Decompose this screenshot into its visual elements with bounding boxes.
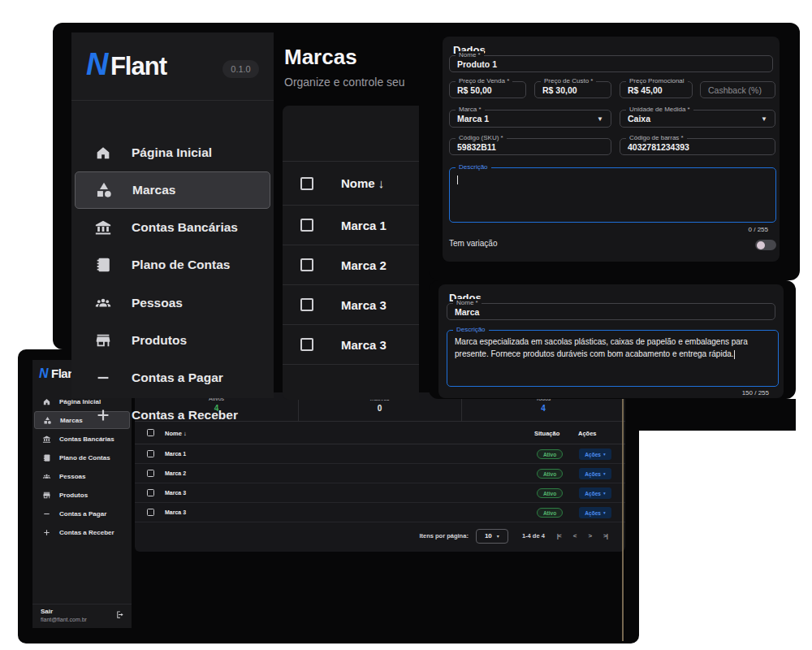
- plus-icon: [42, 528, 51, 537]
- logout-label: Sair: [41, 608, 53, 615]
- sidebar-item-produtos[interactable]: Produtos: [75, 322, 270, 359]
- next-page-icon[interactable]: >: [588, 532, 591, 540]
- row-name: Marca 3: [165, 490, 186, 496]
- field-label: Preço Promocional: [626, 77, 688, 84]
- stat-value: 0: [298, 404, 461, 413]
- field-value: Marca: [455, 307, 479, 317]
- sidebar-item-label: Página Inicial: [132, 145, 212, 160]
- sidebar-item-plano-de-contas[interactable]: Plano de Contas: [75, 246, 270, 284]
- sidebar-item-label: Contas a Pagar: [59, 510, 106, 518]
- sidebar-footer-logout[interactable]: Sair flant@flant.com.br: [32, 604, 132, 628]
- home-icon: [42, 397, 51, 406]
- column-header-nome[interactable]: Nome ↓: [341, 176, 384, 190]
- row-checkbox[interactable]: [300, 338, 313, 351]
- sidebar-item-pagina-inicial[interactable]: Página Inicial: [75, 134, 270, 171]
- version-badge: 0.1.0: [222, 60, 259, 78]
- row-checkbox[interactable]: [147, 450, 154, 457]
- tem-variacao-toggle[interactable]: [755, 240, 776, 250]
- table-row[interactable]: Marca 1: [283, 206, 419, 245]
- status-badge: Ativo: [537, 508, 563, 518]
- row-name: Marca 3: [341, 338, 387, 352]
- cashback-field[interactable]: Cashback (%): [700, 81, 775, 98]
- status-badge: Ativo: [537, 488, 563, 498]
- chevron-down-icon: ▾: [603, 471, 606, 476]
- bank-icon: [42, 435, 51, 444]
- table-toolbar: [283, 106, 419, 162]
- last-page-icon[interactable]: >|: [603, 532, 607, 540]
- marca-select[interactable]: Marca * Marca 1 ▼: [449, 110, 611, 128]
- sidebar-item-pessoas[interactable]: Pessoas: [34, 467, 130, 485]
- table-row[interactable]: Marca 2: [283, 245, 419, 285]
- table-row[interactable]: Marca 1 Ativo Ações▾: [135, 444, 625, 464]
- barras-field[interactable]: Código de barras * 4032781234393: [620, 138, 775, 155]
- sku-field[interactable]: Código (SKU) * 59832B11: [449, 138, 611, 155]
- nome-field[interactable]: Nome * Produto 1: [449, 55, 773, 72]
- field-value: R$ 50,00: [457, 85, 492, 95]
- actions-button[interactable]: Ações▾: [579, 507, 611, 518]
- row-checkbox[interactable]: [300, 258, 313, 271]
- sidebar-item-label: Contas a Receber: [59, 529, 114, 536]
- row-checkbox[interactable]: [300, 219, 313, 232]
- previous-page-icon[interactable]: <: [573, 532, 577, 540]
- sidebar-item-contas-a-pagar[interactable]: Contas a Pagar: [75, 359, 270, 396]
- items-per-page-select[interactable]: 10▾: [476, 529, 508, 544]
- row-name: Marca 3: [341, 298, 387, 312]
- table-row[interactable]: Marca 3: [283, 285, 419, 325]
- field-label: Nome *: [456, 51, 484, 58]
- descricao-textarea[interactable]: Descrição: [449, 167, 776, 223]
- category-icon: [95, 181, 113, 199]
- row-name: Marca 3: [165, 509, 186, 515]
- sidebar-item-label: Contas Bancárias: [132, 220, 238, 235]
- table-row[interactable]: Marca 3: [283, 325, 419, 365]
- preco-custo-field[interactable]: Preço de Custo * R$ 30,00: [534, 81, 611, 98]
- textarea-content: Marca especializada em sacolas plásticas…: [455, 336, 771, 360]
- descricao-textarea[interactable]: Descrição Marca especializada em sacolas…: [447, 330, 779, 387]
- stat-value: 4: [461, 404, 625, 413]
- sidebar-item-label: Contas a Pagar: [132, 370, 223, 385]
- actions-button[interactable]: Ações▾: [579, 488, 611, 499]
- sidebar-item-pessoas[interactable]: Pessoas: [75, 284, 270, 322]
- sidebar-item-contas-a-receber[interactable]: Contas a Receber: [75, 396, 270, 434]
- row-checkbox[interactable]: [147, 489, 154, 496]
- select-all-checkbox[interactable]: [300, 177, 313, 190]
- preco-promocional-field[interactable]: Preço Promocional R$ 45,00: [620, 81, 693, 98]
- table-row[interactable]: Marca 3 Ativo Ações▾: [135, 483, 625, 503]
- row-checkbox[interactable]: [147, 470, 154, 477]
- actions-button[interactable]: Ações▾: [579, 448, 611, 460]
- items-per-page-label: Itens por página:: [419, 532, 468, 540]
- field-label: Preço de Custo *: [541, 77, 596, 84]
- pagination-bar: Itens por página: 10▾ 1-4 de 4 |< < > >|: [135, 520, 625, 552]
- sidebar-item-label: Plano de Contas: [59, 454, 110, 462]
- field-label: Preço de Venda *: [456, 77, 512, 84]
- composite-canvas: N Flant Página Inicial Marcas Contas Ban…: [0, 0, 812, 650]
- field-label: Marca *: [456, 106, 485, 113]
- chevron-down-icon: ▾: [603, 491, 606, 496]
- plus-icon: [94, 406, 112, 424]
- sidebar-item-label: Contas Bancárias: [59, 436, 114, 443]
- column-header-acoes: Ações: [578, 430, 597, 437]
- unidade-select[interactable]: Unidade de Medida * Caixa ▼: [620, 110, 775, 128]
- nome-field[interactable]: Nome * Marca: [447, 303, 775, 320]
- actions-button[interactable]: Ações▾: [579, 468, 611, 479]
- preco-venda-field[interactable]: Preço de Venda * R$ 50,00: [449, 81, 526, 98]
- sidebar-item-label: Produtos: [132, 333, 187, 348]
- sidebar-item-contas-a-pagar[interactable]: Contas a Pagar: [34, 505, 130, 522]
- sidebar-item-contas-bancarias[interactable]: Contas Bancárias: [75, 209, 270, 246]
- row-name: Marca 2: [165, 470, 186, 476]
- text-cursor: [457, 176, 458, 184]
- sidebar-item-label: Pessoas: [59, 473, 85, 480]
- table-row[interactable]: Marca 2 Ativo Ações▾: [135, 464, 625, 483]
- field-label: Código (SKU) *: [456, 134, 507, 141]
- tem-variacao-label: Tem variação: [449, 239, 497, 248]
- sidebar-item-produtos[interactable]: Produtos: [34, 486, 130, 504]
- sort-arrow-icon: ↓: [378, 176, 385, 190]
- field-value: Marca 1: [457, 114, 489, 124]
- sidebar-item-contas-a-receber[interactable]: Contas a Receber: [34, 523, 130, 541]
- sidebar-item-plano-de-contas[interactable]: Plano de Contas: [34, 448, 130, 466]
- row-checkbox[interactable]: [147, 509, 154, 516]
- sidebar-item-marcas[interactable]: Marcas: [75, 171, 270, 209]
- row-checkbox[interactable]: [300, 298, 313, 311]
- logo-wordmark: Flant: [110, 52, 166, 80]
- minus-icon: [42, 509, 51, 518]
- first-page-icon[interactable]: |<: [557, 532, 561, 540]
